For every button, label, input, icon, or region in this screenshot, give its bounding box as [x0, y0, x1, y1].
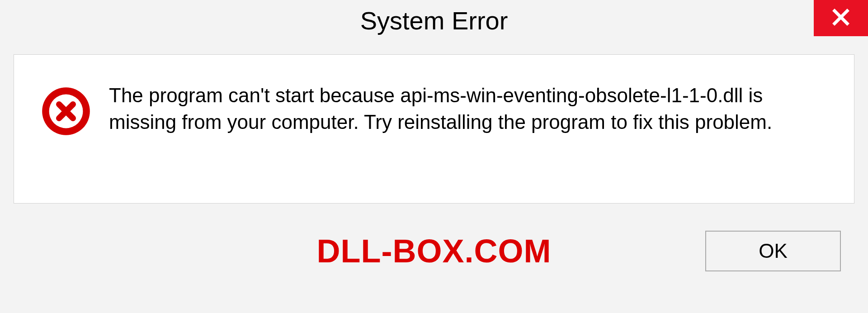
ok-button-label: OK	[759, 240, 788, 262]
ok-button[interactable]: OK	[705, 231, 841, 271]
footer: DLL-BOX.COM OK	[0, 204, 868, 299]
content-box: The program can't start because api-ms-w…	[14, 54, 854, 204]
error-message: The program can't start because api-ms-w…	[109, 82, 827, 136]
watermark-text: DLL-BOX.COM	[317, 232, 552, 270]
close-icon	[830, 6, 852, 30]
titlebar: System Error	[0, 0, 868, 41]
dialog-title: System Error	[360, 6, 508, 35]
error-icon	[41, 86, 91, 136]
close-button[interactable]	[814, 0, 868, 36]
